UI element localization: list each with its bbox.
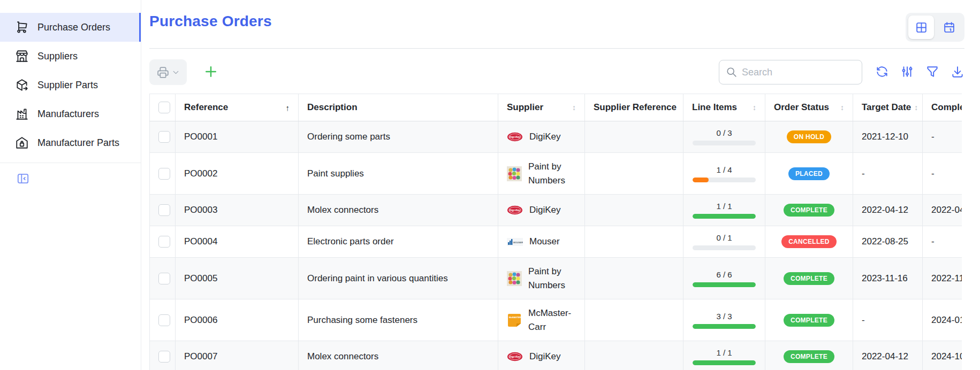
digikey-logo: Digi-Key	[507, 205, 523, 215]
sidebar-collapse-icon	[16, 172, 30, 186]
line-items-count: 6 / 6	[692, 270, 756, 279]
svg-text:Digi-Key: Digi-Key	[510, 209, 521, 212]
target-date: -	[853, 153, 923, 195]
refresh-button[interactable]	[875, 65, 889, 80]
table-row[interactable]: PO0007 Molex connectors Digi-Key DigiKey…	[150, 341, 962, 370]
chevron-down-icon	[171, 68, 180, 77]
supplier-name: Paint by Numbers	[528, 160, 576, 187]
row-checkbox[interactable]	[158, 168, 170, 180]
column-header-order-status[interactable]: Order Status↕	[765, 94, 853, 121]
completion-date: 2022-11	[923, 258, 962, 299]
download-icon	[951, 65, 964, 79]
table-row[interactable]: PO0003 Molex connectors Digi-Key DigiKey…	[150, 195, 962, 226]
status-badge: COMPLETE	[784, 272, 834, 285]
store-icon	[15, 49, 29, 63]
svg-text:Digi-Key: Digi-Key	[510, 135, 521, 138]
sidebar-item-manufacturer-parts[interactable]: Manufacturer Parts	[0, 128, 141, 157]
row-checkbox[interactable]	[158, 273, 170, 284]
column-header-supplier-reference[interactable]: Supplier Reference	[585, 94, 683, 121]
column-header-completion-date[interactable]: Comple	[923, 94, 962, 121]
table-header-row: Reference↑ Description Supplier↕ Supplie…	[150, 94, 962, 121]
adjust-columns-icon	[900, 65, 914, 79]
row-checkbox[interactable]	[158, 351, 170, 363]
table-row[interactable]: PO0005 Ordering paint in various quantit…	[150, 258, 962, 299]
po-description: Electronic parts order	[299, 226, 498, 258]
line-items-count: 1 / 1	[692, 202, 756, 211]
column-header-supplier[interactable]: Supplier↕	[498, 94, 585, 121]
supplier-reference	[585, 341, 683, 370]
po-reference: PO0001	[176, 121, 299, 153]
supplier-name: DigiKey	[529, 203, 561, 217]
column-header-target-date[interactable]: Target Date↕	[853, 94, 923, 121]
filter-button[interactable]	[925, 65, 939, 80]
sidebar-divider	[0, 163, 141, 163]
po-reference: PO0002	[176, 153, 299, 195]
po-reference: PO0005	[176, 258, 299, 299]
supplier-name: McMaster-Carr	[528, 306, 576, 334]
supplier-name: DigiKey	[529, 130, 561, 144]
sidebar-item-suppliers[interactable]: Suppliers	[0, 42, 141, 71]
page-title: Purchase Orders	[149, 13, 272, 30]
sidebar-item-supplier-parts[interactable]: Supplier Parts	[0, 71, 141, 99]
add-purchase-order-button[interactable]	[203, 64, 219, 81]
search-input[interactable]	[742, 67, 855, 78]
supplier-reference	[585, 121, 683, 153]
download-button[interactable]	[951, 65, 964, 80]
svg-text:MOUSER: MOUSER	[513, 241, 523, 244]
po-description: Paint supplies	[299, 153, 498, 195]
select-all-checkbox[interactable]	[158, 102, 170, 113]
row-checkbox[interactable]	[158, 204, 170, 216]
progress-bar	[693, 245, 756, 250]
view-toggle	[906, 13, 964, 42]
header-divider	[149, 48, 964, 49]
supplier-name: Mouser	[529, 235, 560, 249]
target-date: 2022-08-25	[853, 226, 923, 258]
column-header-line-items[interactable]: Line Items↕	[683, 94, 765, 121]
table-row[interactable]: PO0004 Electronic parts order MOUSER Mou…	[150, 226, 962, 258]
completion-date: 2022-04	[923, 195, 962, 226]
status-badge: ON HOLD	[787, 130, 831, 143]
po-reference: PO0007	[176, 341, 299, 370]
target-date: 2023-11-16	[853, 258, 923, 299]
printer-icon	[156, 66, 170, 79]
table-row[interactable]: PO0006 Purchasing some fasteners McMASTE…	[150, 299, 962, 341]
sort-icon: ↕	[840, 103, 844, 112]
column-header-description[interactable]: Description	[299, 94, 498, 121]
app: Purchase Orders Suppliers Supplier Parts…	[0, 0, 980, 370]
sidebar-item-purchase-orders[interactable]: Purchase Orders	[0, 13, 141, 42]
target-date: 2022-04-12	[853, 195, 923, 226]
svg-text:McMASTER: McMASTER	[509, 316, 521, 319]
row-checkbox[interactable]	[158, 236, 170, 248]
column-header-reference[interactable]: Reference↑	[176, 94, 299, 121]
po-reference: PO0004	[176, 226, 299, 258]
supplier-name: DigiKey	[529, 350, 561, 364]
progress-bar	[693, 178, 756, 182]
sort-asc-icon: ↑	[286, 103, 290, 112]
row-checkbox[interactable]	[158, 131, 170, 143]
target-date: -	[853, 299, 923, 341]
package-export-icon	[15, 78, 29, 92]
target-date: 2021-12-10	[853, 121, 923, 153]
progress-bar	[693, 360, 756, 365]
line-items-count: 3 / 3	[692, 312, 756, 321]
progress-bar	[693, 214, 756, 219]
sidebar-item-manufacturers[interactable]: Manufacturers	[0, 99, 141, 128]
digikey-logo: Digi-Key	[507, 132, 523, 142]
calendar-view-button[interactable]	[936, 16, 962, 39]
line-items-count: 1 / 4	[692, 165, 756, 174]
po-description: Molex connectors	[299, 341, 498, 370]
target-date: 2022-04-12	[853, 341, 923, 370]
table-row[interactable]: PO0002 Paint supplies Paint by Numbers 1…	[150, 153, 962, 195]
row-checkbox[interactable]	[158, 314, 170, 326]
status-badge: CANCELLED	[781, 235, 837, 248]
po-description: Purchasing some fasteners	[299, 299, 498, 341]
sidebar-collapse-button[interactable]	[16, 172, 30, 187]
completion-date: 2024-10	[923, 341, 962, 370]
purchase-orders-table: Reference↑ Description Supplier↕ Supplie…	[149, 94, 962, 370]
completion-date: 2024-01	[923, 299, 962, 341]
table-view-button[interactable]	[908, 16, 934, 39]
supplier-reference	[585, 299, 683, 341]
adjust-columns-button[interactable]	[900, 65, 914, 80]
print-button[interactable]	[149, 59, 187, 85]
table-row[interactable]: PO0001 Ordering some parts Digi-Key Digi…	[150, 121, 962, 153]
